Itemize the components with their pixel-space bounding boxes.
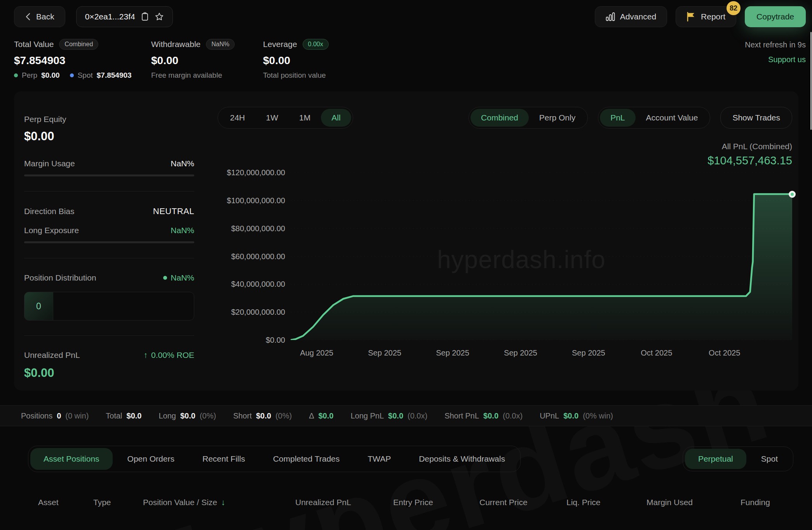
pnl-summary-value: $104,557,463.15: [218, 154, 792, 167]
flag-icon: [687, 12, 696, 22]
overview-card: Perp Equity $0.00 Margin Usage NaN% Dire…: [14, 91, 798, 391]
direction-bias-label: Direction Bias: [24, 207, 75, 216]
distribution-empty-area: [53, 292, 194, 320]
timeframe-all[interactable]: All: [321, 109, 351, 127]
unrealized-pnl-value: $0.00: [24, 366, 194, 380]
unrealized-pnl-roe: 0.00% ROE: [151, 350, 194, 360]
copy-address-button[interactable]: [141, 12, 149, 21]
chart-x-axis: Aug 2025Sep 2025Sep 2025Sep 2025Sep 2025…: [291, 349, 792, 360]
chart-column: 24H1W1MAll CombinedPerp Only PnLAccount …: [194, 91, 792, 391]
chart-plot-area: hyperdash.info: [291, 173, 792, 340]
favorite-address-button[interactable]: [155, 12, 164, 21]
arrow-up-icon: ↑: [144, 350, 148, 360]
perp-equity-value: $0.00: [24, 129, 194, 143]
distribution-dot-icon: [163, 276, 167, 280]
column-header-margin-used[interactable]: Margin Used: [646, 498, 741, 507]
tab-deposits-withdrawals[interactable]: Deposits & Withdrawals: [406, 448, 518, 470]
ytick-label: $20,000,000.00: [231, 308, 285, 317]
pnl-summary-label: All PnL (Combined): [218, 142, 792, 151]
column-header-unrealized-pnl[interactable]: Unrealized PnL: [295, 498, 393, 507]
equity-sidebar: Perp Equity $0.00 Margin Usage NaN% Dire…: [24, 91, 194, 391]
withdrawable-label: Withdrawable: [151, 40, 200, 49]
support-us-link[interactable]: Support us: [745, 55, 806, 64]
positions-stat-long-pnl: Long PnL$0.0(0.0x): [350, 411, 427, 420]
back-button[interactable]: Back: [14, 6, 65, 27]
margin-usage-label: Margin Usage: [24, 159, 75, 168]
leverage-badge: 0.00x: [303, 39, 329, 50]
positions-stat-upnl: UPnL$0.0(0% win): [540, 411, 613, 420]
pnl-chart: $120,000,000.00$100,000,000.00$80,000,00…: [218, 173, 792, 340]
ytick-label: $0.00: [266, 336, 285, 345]
ytick-label: $40,000,000.00: [231, 280, 285, 289]
chart-controls: 24H1W1MAll CombinedPerp Only PnLAccount …: [218, 107, 792, 129]
leverage-label: Leverage: [263, 40, 297, 49]
ytick-label: $80,000,000.00: [231, 224, 285, 233]
scope-combined[interactable]: Combined: [470, 109, 529, 127]
timeframe-group: 24H1W1MAll: [218, 107, 353, 129]
tab-twap[interactable]: TWAP: [354, 448, 404, 470]
column-header-funding[interactable]: Funding: [741, 498, 795, 507]
refresh-countdown: Next refresh in 9s: [745, 40, 806, 49]
total-value-label: Total Value: [14, 40, 54, 49]
timeframe-24h[interactable]: 24H: [220, 109, 256, 127]
spot-value: $7.854903: [97, 71, 132, 80]
tab-completed-trades[interactable]: Completed Trades: [260, 448, 353, 470]
withdrawable-badge: NaN%: [206, 39, 235, 50]
column-header-current-price[interactable]: Current Price: [479, 498, 566, 507]
withdrawable-sub: Free margin available: [151, 71, 222, 80]
margin-usage-progressbar: [24, 174, 194, 176]
column-header-entry-price[interactable]: Entry Price: [393, 498, 479, 507]
column-header-type[interactable]: Type: [93, 498, 143, 507]
long-exposure-label: Long Exposure: [24, 226, 79, 235]
xtick-label: Oct 2025: [641, 349, 672, 357]
perp-dot-icon: [14, 73, 18, 77]
timeframe-1m[interactable]: 1M: [289, 109, 321, 127]
long-exposure-progressbar: [24, 241, 194, 243]
ytick-label: $100,000,000.00: [227, 196, 285, 205]
chevron-left-icon: [25, 12, 31, 21]
metric-account-value[interactable]: Account Value: [636, 109, 709, 127]
advanced-button[interactable]: Advanced: [595, 6, 667, 27]
column-header-liq-price[interactable]: Liq. Price: [566, 498, 646, 507]
scope-perp-only[interactable]: Perp Only: [529, 109, 586, 127]
copy-icon: [141, 12, 149, 21]
chart-endpoint-marker: [789, 191, 796, 198]
direction-bias-value: NEUTRAL: [153, 206, 194, 216]
copytrade-button[interactable]: Copytrade: [745, 6, 806, 27]
perp-label: Perp: [22, 71, 37, 80]
show-trades-button[interactable]: Show Trades: [720, 107, 792, 129]
perp-value: $0.00: [41, 71, 60, 80]
margin-usage-value: NaN%: [171, 159, 194, 168]
tab-open-orders[interactable]: Open Orders: [114, 448, 188, 470]
tab-asset-positions[interactable]: Asset Positions: [30, 448, 113, 470]
tab-recent-fills[interactable]: Recent Fills: [189, 448, 258, 470]
timeframe-1w[interactable]: 1W: [256, 109, 289, 127]
xtick-label: Sep 2025: [436, 349, 469, 357]
chart-y-axis: $120,000,000.00$100,000,000.00$80,000,00…: [218, 173, 291, 340]
position-distribution-label: Position Distribution: [24, 273, 96, 282]
wallet-address-pill[interactable]: 0×2ea1...23f4: [76, 6, 173, 27]
metric-pnl[interactable]: PnL: [600, 109, 635, 127]
positions-stat-short: Short$0.0(0%): [233, 411, 292, 420]
column-header-position-value-size[interactable]: Position Value / Size↓: [143, 498, 295, 507]
leverage-stat: Leverage 0.00x $0.00 Total position valu…: [263, 39, 745, 80]
scrollbar-thumb[interactable]: [810, 32, 812, 130]
unrealized-pnl-label: Unrealized PnL: [24, 350, 80, 360]
market-spot[interactable]: Spot: [748, 449, 791, 469]
positions-stat-total: Total$0.0: [106, 411, 141, 420]
market-perpetual[interactable]: Perpetual: [685, 449, 746, 469]
report-button[interactable]: Report 82: [676, 6, 736, 27]
perp-equity-label: Perp Equity: [24, 115, 194, 124]
xtick-label: Sep 2025: [368, 349, 401, 357]
column-header-asset[interactable]: Asset: [38, 498, 93, 507]
pnl-line-chart: [291, 173, 792, 340]
metric-toggle-group: PnLAccount Value: [598, 107, 710, 129]
leverage-value: $0.00: [263, 54, 745, 67]
wallet-address: 0×2ea1...23f4: [85, 12, 135, 21]
ytick-label: $120,000,000.00: [227, 168, 285, 177]
scope-toggle-group: CombinedPerp Only: [469, 107, 588, 129]
report-label: Report: [701, 12, 725, 21]
leverage-sub: Total position value: [263, 71, 326, 80]
tabs-row: Asset PositionsOpen OrdersRecent FillsCo…: [28, 446, 793, 472]
total-value: $7.854903: [14, 54, 151, 67]
